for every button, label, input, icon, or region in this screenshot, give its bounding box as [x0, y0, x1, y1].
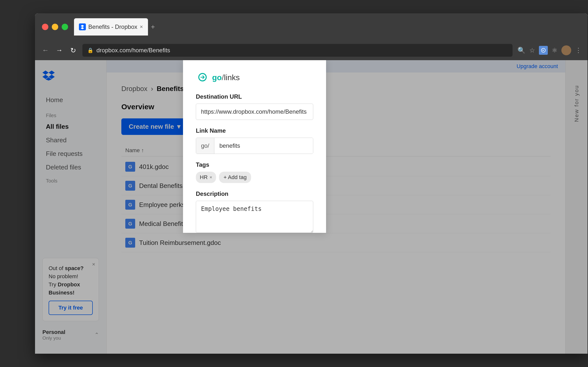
- reload-button[interactable]: ↻: [69, 46, 77, 55]
- maximize-traffic-light[interactable]: [62, 24, 68, 30]
- forward-button[interactable]: →: [55, 46, 64, 54]
- extensions-button[interactable]: ⚛: [552, 47, 557, 54]
- golinks-slash-text: /: [222, 73, 224, 82]
- traffic-lights: [42, 24, 68, 30]
- destination-url-input[interactable]: [196, 104, 313, 120]
- golinks-panel: go/links Destination URL Link Name go/ T…: [183, 60, 326, 233]
- golinks-extension-icon[interactable]: [539, 46, 548, 55]
- link-name-row: go/: [196, 138, 313, 154]
- link-name-label: Link Name: [196, 127, 313, 134]
- tags-section: Tags HR × + Add tag: [196, 161, 313, 183]
- tag-hr-chip: HR ×: [196, 172, 216, 183]
- lock-icon: 🔒: [87, 47, 93, 53]
- user-avatar[interactable]: [561, 45, 571, 55]
- url-text: dropbox.com/home/Benefits: [96, 47, 170, 54]
- minimize-traffic-light[interactable]: [52, 24, 58, 30]
- golinks-logo: go/links: [196, 73, 313, 82]
- tag-hr-remove-button[interactable]: ×: [210, 175, 212, 180]
- destination-url-label: Destination URL: [196, 93, 313, 100]
- golinks-logo-text: go/links: [212, 73, 240, 82]
- golinks-links-text: links: [224, 73, 240, 82]
- tag-hr-text: HR: [200, 174, 208, 181]
- add-tag-button[interactable]: + Add tag: [219, 172, 251, 183]
- golinks-go-text: go: [212, 73, 222, 82]
- bookmark-button[interactable]: ☆: [529, 47, 535, 54]
- url-input[interactable]: 🔒 dropbox.com/home/Benefits: [82, 44, 513, 57]
- search-button[interactable]: 🔍: [517, 47, 525, 54]
- link-name-input[interactable]: [214, 138, 313, 154]
- active-tab[interactable]: Benefits - Dropbox ×: [74, 18, 148, 36]
- browser-tabs: Benefits - Dropbox × +: [74, 18, 581, 36]
- tab-close-button[interactable]: ×: [140, 24, 143, 30]
- browser-toolbar: 🔍 ☆ ⚛ ⋮: [517, 45, 582, 55]
- description-label: Description: [196, 190, 313, 197]
- tags-row: HR × + Add tag: [196, 172, 313, 183]
- new-tab-button[interactable]: +: [151, 23, 155, 31]
- description-textarea[interactable]: Employee benefits: [196, 201, 313, 233]
- link-prefix: go/: [196, 138, 214, 154]
- address-bar-container: ← → ↻ 🔒 dropbox.com/home/Benefits 🔍 ☆ ⚛ …: [35, 40, 588, 60]
- tab-title: Benefits - Dropbox: [88, 23, 137, 30]
- golinks-logo-icon: [196, 73, 209, 82]
- menu-button[interactable]: ⋮: [575, 47, 582, 54]
- close-traffic-light[interactable]: [42, 24, 48, 30]
- back-button[interactable]: ←: [41, 46, 50, 54]
- tags-label: Tags: [196, 161, 313, 168]
- tab-favicon-icon: [79, 23, 86, 30]
